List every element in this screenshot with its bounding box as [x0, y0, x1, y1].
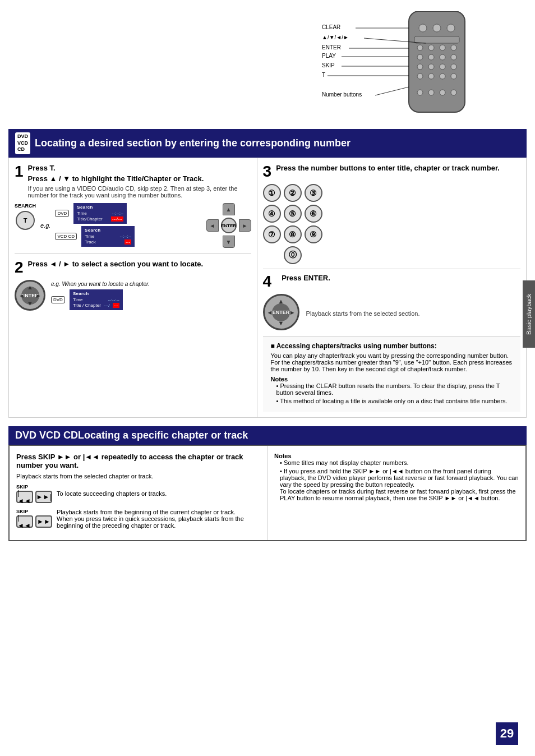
s2-label2: Title / Chapter — [73, 303, 101, 308]
enter-button-s2[interactable]: ◄ ► ▲ ▼ ENTER — [15, 280, 45, 311]
search-box-s2: Search Time --:--:-- Title / Chapter ---… — [70, 289, 123, 310]
skip1-back-btn[interactable]: |◄◄ — [16, 491, 33, 503]
svg-text:PLAY: PLAY — [322, 53, 336, 59]
s2-label1: Time — [73, 297, 82, 302]
step3: 3 Press the number buttons to enter titl… — [263, 164, 520, 264]
skip1-desc: To locate succeeding chapters or tracks. — [57, 490, 167, 497]
section2-desc: Playback starts from the selected chapte… — [16, 473, 260, 480]
steps-left: 1 Press T. Press ▲ / ▼ to highlight the … — [9, 158, 257, 417]
vcdcd-search-row: VCD CD Search Time --:--:-- Track --- — [55, 226, 135, 247]
skip1-row: SKIP |◄◄ ►►| To locate succeeding chapte… — [16, 484, 260, 503]
s2-val1: --:--:-- — [108, 297, 119, 302]
section1-title: Locating a desired section by entering t… — [35, 137, 350, 149]
eg-label: e.g. — [40, 222, 50, 229]
step2: 2 Press ◄ / ► to select a section you wa… — [15, 253, 251, 311]
s4-arrow-up: ▲ — [278, 298, 284, 305]
svg-line-28 — [364, 38, 426, 43]
s2-sb-header: Search — [73, 291, 119, 296]
arrow-left-icon: ◄ — [19, 292, 25, 299]
step4-title: Press ENTER. — [282, 274, 330, 282]
disc-icons-s1: DVD VCD CD — [15, 132, 30, 154]
sb-row1: Time --:--:-- — [77, 211, 123, 216]
section2-note-1: Some titles may not display chapter numb… — [280, 459, 519, 466]
sb-header1: Search — [77, 205, 123, 210]
number-buttons-grid: ① ② ③ ④ ⑤ ⑥ ⑦ ⑧ ⑨ ⓪ — [263, 184, 520, 264]
dpad-down[interactable]: ▼ — [223, 236, 235, 248]
step1-search-col: SEARCH T — [15, 203, 36, 248]
dpad-left[interactable]: ◄ — [206, 219, 219, 232]
s4-arrow-down: ▼ — [278, 320, 284, 326]
section2-left: Press SKIP ►► or |◄◄ repeatedly to acces… — [10, 446, 268, 540]
s2-val2-left: ---/ — [104, 303, 109, 308]
notes-section: Notes Pressing the CLEAR button resets t… — [271, 376, 513, 404]
num-btn-9[interactable]: ⑨ — [305, 225, 322, 243]
info-text1: You can play any chapter/track you want … — [271, 352, 513, 372]
search-box-dvd: Search Time --:--:-- Title/Chapter ---/-… — [73, 203, 127, 224]
section2-right: Notes Some titles may not display chapte… — [268, 446, 525, 540]
svg-text:▲/▼/◄/►: ▲/▼/◄/► — [322, 34, 349, 40]
enter-button-s4[interactable]: ◄ ► ▲ ▼ ENTER — [263, 294, 299, 330]
step1-illustration: SEARCH T e.g. DVD Search Time — [15, 203, 251, 248]
page-number: 29 — [496, 722, 518, 745]
info-box: ■ Accessing chapters/tracks using number… — [263, 336, 520, 412]
step1-desc: If you are using a VIDEO CD/audio CD, sk… — [28, 185, 251, 199]
svg-text:SKIP: SKIP — [322, 62, 335, 68]
main-content: DVD VCD CD Locating a desired section by… — [0, 123, 535, 547]
skip2-back-btn[interactable]: |◄◄ — [16, 515, 33, 528]
svg-text:T: T — [322, 72, 325, 78]
num-btn-6[interactable]: ⑥ — [305, 205, 322, 223]
note-1: Pressing the CLEAR button resets the num… — [276, 382, 513, 396]
num-btn-0[interactable]: ⓪ — [284, 246, 302, 264]
num-btn-1[interactable]: ① — [263, 184, 281, 202]
step2-eg-label: e.g. When you want to locate a chapter. — [51, 281, 150, 287]
sb2-row2: Track --- — [85, 239, 131, 245]
dpad-up[interactable]: ▲ — [223, 203, 235, 215]
remote-illustration: CLEAR ▲/▼/◄/► ENTER PLAY SKIP T Number b… — [322, 11, 501, 123]
sb2-label2: Track — [85, 239, 96, 245]
num-btn-7[interactable]: ⑦ — [263, 225, 281, 243]
sb2-row1: Time --:--:-- — [85, 234, 131, 239]
section2-title: Locating a specific chapter or track — [78, 430, 248, 441]
svg-text:CLEAR: CLEAR — [322, 24, 340, 30]
section1-header: DVD VCD CD Locating a desired section by… — [8, 129, 527, 158]
search-label: SEARCH — [15, 203, 36, 209]
section2-header: DVD VCD CD Locating a specific chapter o… — [8, 426, 527, 445]
svg-line-38 — [375, 87, 409, 95]
step4-number: 4 — [263, 274, 272, 289]
num-btn-5[interactable]: ⑤ — [284, 205, 302, 223]
dpad-center-label: ENTER — [221, 218, 237, 233]
sb2-val2: --- — [124, 239, 131, 245]
section2-inner: Press SKIP ►► or |◄◄ repeatedly to acces… — [10, 446, 525, 540]
s4-arrow-right: ► — [289, 309, 296, 316]
notes-title: Notes — [271, 376, 513, 382]
search-boxes: DVD Search Time --:--:-- Title/Chapter -… — [55, 203, 135, 248]
arrow-up-icon: ▲ — [27, 284, 33, 291]
step2-dvd-badge: DVD — [51, 296, 65, 303]
step3-title: Press the number buttons to enter title,… — [276, 164, 500, 172]
num-btn-8[interactable]: ⑧ — [284, 225, 302, 243]
num-btn-2[interactable]: ② — [284, 184, 302, 202]
step1-title: Press T. — [28, 164, 251, 172]
vcd-badge: VCD CD — [55, 233, 77, 240]
step2-number: 2 — [15, 260, 24, 275]
s2-val2-right: --- — [113, 303, 119, 308]
sidebar-tab: Basic playback — [523, 280, 535, 348]
arrow-right-icon: ► — [35, 292, 41, 299]
num-btn-3[interactable]: ③ — [305, 184, 322, 202]
s4-enter-inner: ENTER — [272, 303, 290, 321]
sb-label2: Title/Chapter — [77, 216, 103, 222]
skip1-fwd-btn[interactable]: ►►| — [35, 491, 52, 503]
step4-desc: Playback starts from the selected sectio… — [306, 310, 420, 317]
dpad-right[interactable]: ► — [239, 219, 251, 232]
skip2-fwd-btn[interactable]: ►► — [35, 515, 52, 528]
step4: 4 Press ENTER. ◄ ► ▲ ▼ ENTER Playback st… — [263, 269, 520, 330]
s4-arrow-left: ◄ — [267, 309, 273, 316]
num-btn-4[interactable]: ④ — [263, 205, 281, 223]
step2-illustration: ◄ ► ▲ ▼ ENTER e.g. When you want to loca… — [15, 280, 251, 311]
dvd-badge: DVD — [55, 210, 69, 217]
section2-box: Press SKIP ►► or |◄◄ repeatedly to acces… — [8, 445, 527, 541]
sb2-label1: Time — [85, 234, 94, 239]
remote-labels-svg: CLEAR ▲/▼/◄/► ENTER PLAY SKIP T Number b… — [322, 11, 501, 115]
steps-container: 1 Press T. Press ▲ / ▼ to highlight the … — [8, 158, 527, 418]
sb-val1: --:--:-- — [112, 211, 123, 216]
